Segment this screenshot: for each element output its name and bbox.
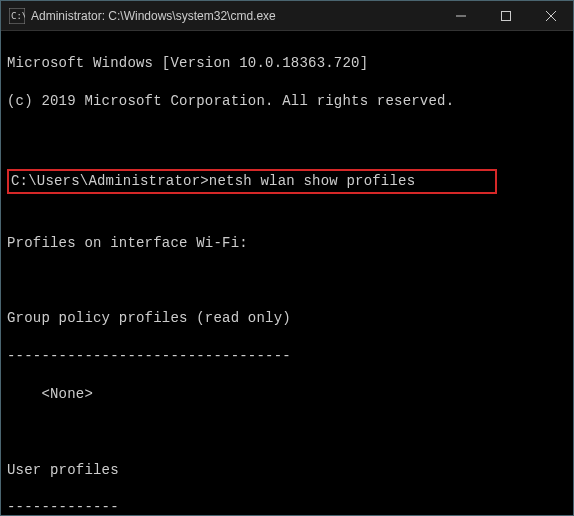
blank-line bbox=[7, 196, 567, 215]
blank-line bbox=[7, 129, 567, 148]
cmd-icon: C:\ bbox=[9, 8, 25, 24]
banner-copyright: (c) 2019 Microsoft Corporation. All righ… bbox=[7, 92, 567, 111]
terminal-output[interactable]: Microsoft Windows [Version 10.0.18363.72… bbox=[1, 31, 573, 515]
minimize-button[interactable] bbox=[438, 1, 483, 30]
titlebar-left: C:\ Administrator: C:\Windows\system32\c… bbox=[1, 8, 276, 24]
prompt-command: netsh wlan show profiles bbox=[209, 173, 415, 189]
highlighted-command: C:\Users\Administrator>netsh wlan show p… bbox=[7, 169, 497, 194]
window-controls bbox=[438, 1, 573, 30]
close-button[interactable] bbox=[528, 1, 573, 30]
section-header: Profiles on interface Wi-Fi: bbox=[7, 234, 567, 253]
group-policy-header: Group policy profiles (read only) bbox=[7, 309, 567, 328]
prompt-path: C:\Users\Administrator> bbox=[11, 173, 209, 189]
group-policy-dashes: --------------------------------- bbox=[7, 347, 567, 366]
svg-rect-3 bbox=[501, 11, 510, 20]
banner-version: Microsoft Windows [Version 10.0.18363.72… bbox=[7, 54, 567, 73]
user-profiles-dashes: ------------- bbox=[7, 498, 567, 515]
maximize-button[interactable] bbox=[483, 1, 528, 30]
svg-text:C:\: C:\ bbox=[11, 11, 25, 21]
window-title: Administrator: C:\Windows\system32\cmd.e… bbox=[31, 9, 276, 23]
window-titlebar: C:\ Administrator: C:\Windows\system32\c… bbox=[1, 1, 573, 31]
blank-line bbox=[7, 423, 567, 442]
group-policy-none: <None> bbox=[7, 385, 567, 404]
blank-line bbox=[7, 272, 567, 291]
user-profiles-header: User profiles bbox=[7, 461, 567, 480]
